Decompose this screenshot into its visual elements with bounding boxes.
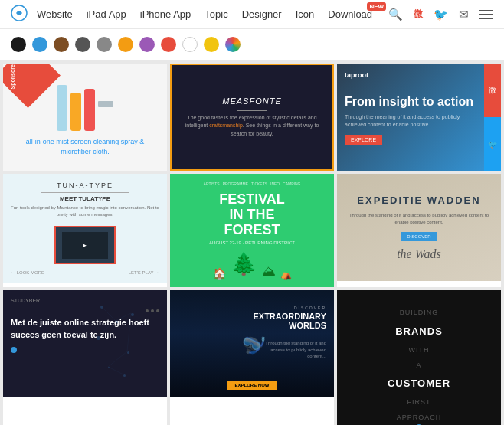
extraordinary-diver-icon: 🤿 [236,329,268,361]
extraordinary-label: DISCOVER [253,306,326,310]
building-brands: BRANDS [395,325,443,337]
expeditie-text: Through the standing of it and access to… [346,212,492,226]
hamburger-line-1 [479,10,493,11]
color-red[interactable] [161,37,176,52]
taproot-social: 微 🐦 [484,64,501,171]
taproot-logo: taproot [345,71,483,79]
sponsored-badge: Sponsored [3,64,61,108]
nav-website[interactable]: Website [37,8,73,20]
main-nav: Website iPad App iPhone App Topic Design… [37,8,388,20]
header: Website iPad App iPhone App Topic Design… [0,0,504,29]
color-multi[interactable] [225,37,241,52]
twitter-icon[interactable]: 🐦 [434,8,448,21]
header-icons: 🔍 微 🐦 ✉ [388,8,493,21]
studyber-dot-blue [11,347,17,353]
festival-nav-info[interactable]: INFO [270,181,280,186]
card-festival[interactable]: ARTISTS PROGRAMME TICKETS INFO CAMPING F… [170,174,334,287]
nav-icon[interactable]: Icon [296,8,315,20]
nav-designer[interactable]: Designer [242,8,282,20]
tuntype-links: ← LOOK MORE LET'S PLAY → [11,270,159,275]
color-dark-gray[interactable] [75,37,90,52]
card-grid: Sponsored all-in-one mist screen cleanin… [0,60,504,425]
color-blue[interactable] [32,37,47,52]
color-purple[interactable] [139,37,155,52]
color-yellow[interactable] [204,37,219,52]
card-building[interactable]: BUILDING BRANDS WITHA CUSTOMER FIRST APP… [337,290,501,425]
svg-line-3 [97,321,116,336]
building-text: BUILDING BRANDS WITHA CUSTOMER FIRST APP… [388,306,450,425]
hamburger-icon[interactable] [479,10,493,19]
new-badge: NEW [367,2,386,11]
color-white[interactable] [182,37,198,52]
festival-house-icon: 🏠 [213,267,226,280]
measfonte-title: MEASFONTE [179,96,325,106]
festival-tent-icon: ⛺ [280,269,292,280]
expeditie-signature: the Wads [397,247,441,261]
festival-mountain-icon: ⛰ [262,263,276,280]
svg-line-6 [108,367,123,374]
hamburger-line-3 [479,18,493,19]
color-gray[interactable] [97,37,112,52]
festival-nav: ARTISTS PROGRAMME TICKETS INFO CAMPING [178,181,326,186]
nav-iphone[interactable]: iPhone App [140,8,191,20]
logo[interactable] [11,5,28,25]
festival-title: FESTIVALIN THEFOREST [219,192,285,237]
tuntype-nav-right[interactable]: LET'S PLAY → [129,270,159,275]
festival-nav-programme[interactable]: PROGRAMME [223,181,248,186]
twitter-social-button[interactable]: 🐦 [484,117,501,171]
spray-text: all-in-one mist screen cleaning spray & … [11,137,159,156]
festival-scene: 🏠 🌲 ⛰ ⛺ [213,251,292,280]
card-tuntype[interactable]: TUN-A-TYPE MEET TULATYPE Fun tools desig… [3,174,167,287]
svg-line-2 [116,313,131,321]
expeditie-title: EXPEDITIE WADDEN [357,195,480,206]
hamburger-line-2 [479,14,493,15]
extraordinary-ship-text: Through the standing of it and access to… [265,340,326,359]
card-studyber[interactable]: STUDYBER Met de juiste online strategie … [3,290,167,425]
taproot-heading: From insight to action [345,94,483,109]
festival-date: AUGUST 22-19 · RETURNING DISTRICT [209,240,295,245]
card-taproot[interactable]: taproot From insight to action Through t… [337,64,501,171]
tuntype-title: TUN-A-TYPE [11,181,159,189]
svg-line-5 [108,351,127,367]
spray-image [57,77,113,131]
tuntype-screen-text: ▶ [83,243,87,247]
color-orange[interactable] [118,37,133,52]
festival-nav-camping[interactable]: CAMPING [283,181,300,186]
color-filter-bar [0,29,504,60]
weibo-social-button[interactable]: 微 [484,64,501,117]
tuntype-nav-left[interactable]: ← LOOK MORE [11,270,44,275]
measfonte-quote: The good taste is the expression of styl… [179,114,325,139]
extraordinary-text-block: DISCOVER EXTRAORDINARYWORLDS [253,306,326,330]
card-spray[interactable]: Sponsored all-in-one mist screen cleanin… [3,64,167,171]
tuntype-device: ▶ [54,226,116,264]
svg-line-4 [127,313,131,351]
taproot-sub: Through the meaning of it and access to … [345,113,483,129]
search-icon[interactable]: 🔍 [388,8,403,21]
studyber-particles [85,290,167,397]
nav-ipad[interactable]: iPad App [87,8,126,20]
svg-line-1 [100,306,116,321]
building-customer: CUSTOMER [388,378,450,389]
nav-download[interactable]: Download NEW [328,8,372,20]
color-black[interactable] [11,37,26,52]
nav-topic[interactable]: Topic [205,8,227,20]
extraordinary-title: EXTRAORDINARYWORLDS [253,312,326,330]
expeditie-btn[interactable]: DISCOVER [401,232,437,241]
festival-nav-tickets[interactable]: TICKETS [251,181,267,186]
tuntype-desc: Fun tools designed by Maintance to bring… [11,204,159,218]
mail-icon[interactable]: ✉ [459,8,469,21]
card-extraordinary[interactable]: 🤿 DISCOVER EXTRAORDINARYWORLDS Through t… [170,290,334,425]
weibo-icon[interactable]: 微 [414,8,423,21]
card-expeditie[interactable]: EXPEDITIE WADDEN Through the standing of… [337,174,501,287]
festival-nav-artists[interactable]: ARTISTS [204,181,220,186]
festival-tree-icon: 🌲 [231,251,257,276]
taproot-btn[interactable]: EXPLORE [345,135,382,145]
extraordinary-btn[interactable]: EXPLORE NOW [227,381,277,390]
card-measfonte[interactable]: MEASFONTE The good taste is the expressi… [170,64,334,171]
tuntype-subtitle: MEET TULATYPE [11,195,159,202]
color-brown[interactable] [54,37,69,52]
